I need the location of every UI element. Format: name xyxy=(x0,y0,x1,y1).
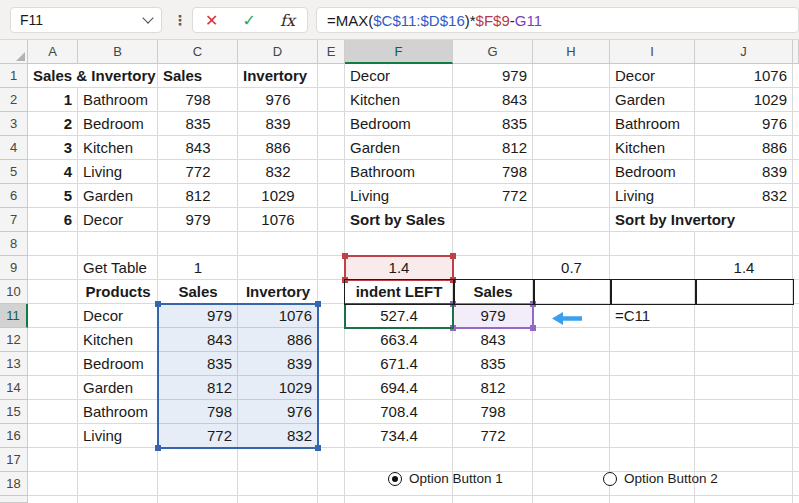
cell-B11[interactable]: Decor xyxy=(78,304,158,328)
cell-B10[interactable]: Products xyxy=(78,280,158,304)
row-header-18[interactable]: 18 xyxy=(0,472,28,496)
radio-button[interactable] xyxy=(603,472,617,486)
col-header-C[interactable]: C xyxy=(158,40,238,64)
cell-B4[interactable]: Kitchen xyxy=(78,136,158,160)
cell-C6[interactable]: 812 xyxy=(158,184,238,208)
cell-G16[interactable]: 772 xyxy=(453,424,533,448)
row-header-8[interactable]: 8 xyxy=(0,232,28,256)
cell-J3[interactable]: 976 xyxy=(695,112,793,136)
cell-B6[interactable]: Garden xyxy=(78,184,158,208)
row-header-4[interactable]: 4 xyxy=(0,136,28,160)
cell-A5[interactable]: 4 xyxy=(28,160,78,184)
cell-D13[interactable]: 839 xyxy=(238,352,318,376)
cell-B3[interactable]: Bedroom xyxy=(78,112,158,136)
chevron-down-icon[interactable] xyxy=(142,12,153,23)
cell-G14[interactable]: 812 xyxy=(453,376,533,400)
row-header-13[interactable]: 13 xyxy=(0,352,28,376)
left-arrow-shape[interactable] xyxy=(552,311,582,324)
cell-F9[interactable]: 1.4 xyxy=(345,256,453,280)
cell-F7[interactable]: Sort by Sales xyxy=(345,208,453,232)
cell-H9[interactable]: 0.7 xyxy=(533,256,610,280)
cell-D4[interactable]: 886 xyxy=(238,136,318,160)
cell-F16[interactable]: 734.4 xyxy=(345,424,453,448)
cell-J1[interactable]: 1076 xyxy=(695,64,793,88)
cell-F5[interactable]: Bathroom xyxy=(345,160,453,184)
formula-bar-options-icon[interactable]: ⋮ xyxy=(172,7,188,33)
cell-G4[interactable]: 812 xyxy=(453,136,533,160)
row-header-14[interactable]: 14 xyxy=(0,376,28,400)
cell-I5[interactable]: Bedroom xyxy=(610,160,695,184)
cell-A3[interactable]: 2 xyxy=(28,112,78,136)
cell-B12[interactable]: Kitchen xyxy=(78,328,158,352)
cell-F12[interactable]: 663.4 xyxy=(345,328,453,352)
cell-C14[interactable]: 812 xyxy=(158,376,238,400)
row-header-6[interactable]: 6 xyxy=(0,184,28,208)
cell-A7[interactable]: 6 xyxy=(28,208,78,232)
cell-J6[interactable]: 832 xyxy=(695,184,793,208)
cell-B13[interactable]: Bedroom xyxy=(78,352,158,376)
cell-D14[interactable]: 1029 xyxy=(238,376,318,400)
cell-D1[interactable]: Invertory xyxy=(238,64,318,88)
cell-F13[interactable]: 671.4 xyxy=(345,352,453,376)
cell-D12[interactable]: 886 xyxy=(238,328,318,352)
cell-F6[interactable]: Living xyxy=(345,184,453,208)
cell-F15[interactable]: 708.4 xyxy=(345,400,453,424)
cell-I7[interactable]: Sort by Invertory xyxy=(610,208,793,232)
col-header-J[interactable]: J xyxy=(695,40,793,64)
cell-G1[interactable]: 979 xyxy=(453,64,533,88)
option-button-2-group[interactable]: Option Button 2 xyxy=(603,470,718,487)
cell-B15[interactable]: Bathroom xyxy=(78,400,158,424)
row-header-15[interactable]: 15 xyxy=(0,400,28,424)
cell-G11[interactable]: 979 xyxy=(453,304,533,328)
col-header-I[interactable]: I xyxy=(610,40,695,64)
select-all-button[interactable] xyxy=(0,40,28,64)
cell-F1[interactable]: Decor xyxy=(345,64,453,88)
cell-C4[interactable]: 843 xyxy=(158,136,238,160)
cell-B14[interactable]: Garden xyxy=(78,376,158,400)
cell-D16[interactable]: 832 xyxy=(238,424,318,448)
row-header-11[interactable]: 11 xyxy=(0,304,28,328)
cell-I4[interactable]: Kitchen xyxy=(610,136,695,160)
cell-I6[interactable]: Living xyxy=(610,184,695,208)
cell-A6[interactable]: 5 xyxy=(28,184,78,208)
cell-B16[interactable]: Living xyxy=(78,424,158,448)
cell-G3[interactable]: 835 xyxy=(453,112,533,136)
col-header-D[interactable]: D xyxy=(238,40,318,64)
cell-J4[interactable]: 886 xyxy=(695,136,793,160)
cell-G15[interactable]: 798 xyxy=(453,400,533,424)
cell-F10[interactable]: indent LEFT xyxy=(345,280,453,304)
cell-I1[interactable]: Decor xyxy=(610,64,695,88)
cell-D5[interactable]: 832 xyxy=(238,160,318,184)
row-header-9[interactable]: 9 xyxy=(0,256,28,280)
cell-B9[interactable]: Get Table xyxy=(78,256,158,280)
cell-G2[interactable]: 843 xyxy=(453,88,533,112)
cell-C10[interactable]: Sales xyxy=(158,280,238,304)
cell-J9[interactable]: 1.4 xyxy=(695,256,793,280)
row-header-17[interactable]: 17 xyxy=(0,448,28,472)
col-header-H[interactable]: H xyxy=(533,40,610,64)
cell-C12[interactable]: 843 xyxy=(158,328,238,352)
cell-C7[interactable]: 979 xyxy=(158,208,238,232)
cell-C3[interactable]: 835 xyxy=(158,112,238,136)
row-header-16[interactable]: 16 xyxy=(0,424,28,448)
cancel-button[interactable]: ✕ xyxy=(205,11,218,30)
row-header-10[interactable]: 10 xyxy=(0,280,28,304)
cell-C5[interactable]: 772 xyxy=(158,160,238,184)
col-header-E[interactable]: E xyxy=(318,40,345,64)
cell-C13[interactable]: 835 xyxy=(158,352,238,376)
cell-B2[interactable]: Bathroom xyxy=(78,88,158,112)
formula-input[interactable]: =MAX($C$11:$D$16)*$F$9-G11 xyxy=(316,7,799,33)
row-header-5[interactable]: 5 xyxy=(0,160,28,184)
cell-F4[interactable]: Garden xyxy=(345,136,453,160)
cell-A4[interactable]: 3 xyxy=(28,136,78,160)
cell-F2[interactable]: Kitchen xyxy=(345,88,453,112)
cell-C2[interactable]: 798 xyxy=(158,88,238,112)
insert-function-button[interactable]: fx xyxy=(280,11,295,30)
col-header-F[interactable]: F xyxy=(345,40,453,64)
cell-C16[interactable]: 772 xyxy=(158,424,238,448)
cell-I2[interactable]: Garden xyxy=(610,88,695,112)
cell-F11[interactable]: 527.4 xyxy=(345,304,453,328)
cell-C11[interactable]: 979 xyxy=(158,304,238,328)
cell-B5[interactable]: Living xyxy=(78,160,158,184)
cell-J2[interactable]: 1029 xyxy=(695,88,793,112)
